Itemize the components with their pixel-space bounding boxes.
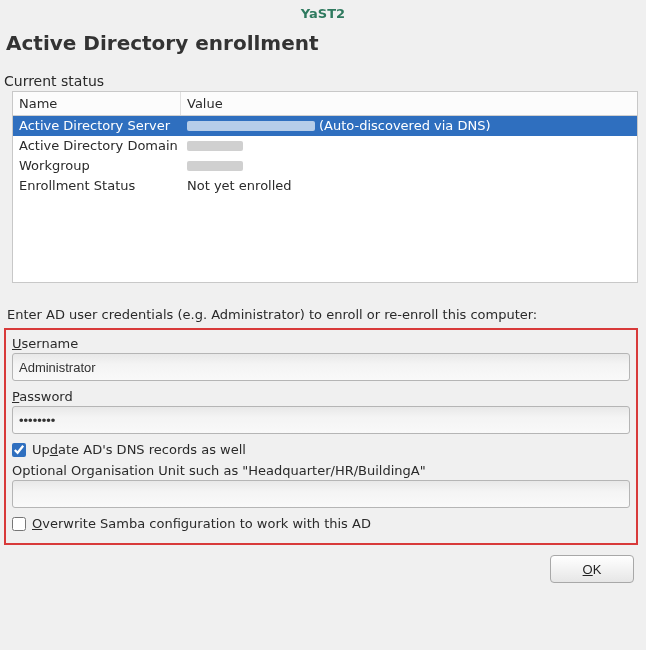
row-value: [181, 161, 637, 171]
table-row[interactable]: Active Directory Server (Auto-discovered…: [13, 116, 637, 136]
username-input[interactable]: [12, 353, 630, 381]
credentials-panel: Username Password Update AD's DNS record…: [4, 328, 638, 545]
redacted-value: [187, 161, 243, 171]
table-row[interactable]: Enrollment StatusNot yet enrolled: [13, 176, 637, 196]
row-value: [181, 141, 637, 151]
current-status-label: Current status: [4, 73, 642, 91]
yast-window: YaST2 Active Directory enrollment Curren…: [0, 0, 646, 593]
status-table: Name Value Active Directory Server (Auto…: [12, 91, 638, 283]
ou-input[interactable]: [12, 480, 630, 508]
row-name: Workgroup: [13, 156, 181, 176]
username-label: Username: [12, 334, 630, 353]
password-label: Password: [12, 387, 630, 406]
overwrite-samba-row[interactable]: Overwrite Samba configuration to work wi…: [12, 508, 630, 535]
window-title: YaST2: [4, 0, 642, 25]
overwrite-samba-label[interactable]: Overwrite Samba configuration to work wi…: [32, 516, 371, 531]
row-name: Enrollment Status: [13, 176, 181, 196]
overwrite-samba-checkbox[interactable]: [12, 517, 26, 531]
table-row[interactable]: Workgroup: [13, 156, 637, 176]
page-title: Active Directory enrollment: [4, 25, 642, 73]
update-dns-label[interactable]: Update AD's DNS records as well: [32, 442, 246, 457]
redacted-value: [187, 141, 243, 151]
update-dns-row[interactable]: Update AD's DNS records as well: [12, 434, 630, 461]
table-row[interactable]: Active Directory Domain: [13, 136, 637, 156]
table-header: Name Value: [13, 92, 637, 116]
redacted-value: [187, 121, 315, 131]
row-name: Active Directory Server: [13, 116, 181, 136]
row-value: (Auto-discovered via DNS): [181, 116, 637, 136]
update-dns-checkbox[interactable]: [12, 443, 26, 457]
row-name: Active Directory Domain: [13, 136, 181, 156]
ou-label: Optional Organisation Unit such as "Head…: [12, 461, 630, 480]
password-input[interactable]: [12, 406, 630, 434]
column-value[interactable]: Value: [181, 92, 637, 115]
dialog-button-row: OK: [4, 545, 642, 583]
credentials-instruction: Enter AD user credentials (e.g. Administ…: [4, 285, 642, 328]
ok-button[interactable]: OK: [550, 555, 634, 583]
row-value: Not yet enrolled: [181, 176, 637, 196]
column-name[interactable]: Name: [13, 92, 181, 115]
